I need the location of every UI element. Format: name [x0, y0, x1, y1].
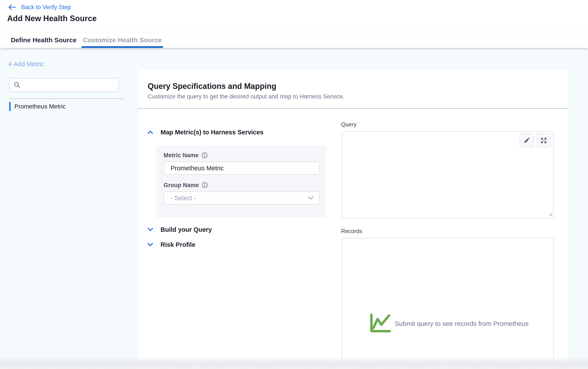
resize-grip[interactable]	[547, 211, 553, 217]
info-icon[interactable]	[202, 182, 208, 188]
page-title: Add New Health Source	[7, 14, 97, 23]
group-name-placeholder: - Select -	[170, 195, 196, 202]
tab-bar: Define Health Source Customize Health So…	[0, 32, 588, 48]
add-metric-label: Add Metric	[13, 60, 44, 68]
page-header: Back to Verify Step Add New Health Sourc…	[0, 0, 588, 32]
search-input[interactable]	[23, 81, 115, 89]
plus-icon: +	[8, 61, 12, 67]
chevron-up-icon	[147, 130, 153, 135]
sidebar-item-prometheus-metric[interactable]: Prometheus Metric	[9, 102, 127, 111]
pencil-icon	[523, 137, 530, 144]
metric-search-box	[9, 78, 119, 92]
section-build-query-title: Build your Query	[160, 226, 212, 233]
records-label: Records	[341, 228, 362, 235]
panel-subtitle: Customize the query to get the desired o…	[148, 93, 344, 100]
tab-customize-health-source[interactable]: Customize Health Source	[81, 32, 163, 48]
chevron-down-icon	[147, 242, 153, 247]
back-link[interactable]: Back to Verify Step	[8, 3, 71, 11]
selected-item-indicator	[9, 102, 11, 111]
search-icon	[13, 81, 21, 89]
records-empty-state: Submit query to see records from Prometh…	[370, 313, 529, 334]
active-tab-underline	[81, 46, 163, 48]
back-arrow-icon	[8, 4, 16, 10]
info-icon[interactable]	[201, 152, 208, 158]
chevron-down-icon	[308, 196, 314, 200]
fullscreen-icon	[540, 137, 547, 144]
section-build-query-toggle[interactable]: Build your Query	[147, 225, 212, 234]
line-chart-icon	[370, 314, 392, 334]
group-name-select[interactable]: - Select -	[164, 191, 320, 205]
panel-divider	[138, 108, 569, 109]
metric-name-input[interactable]	[164, 162, 320, 175]
section-map-metrics-title: Map Metric(s) to Harness Services	[160, 129, 263, 136]
records-panel: Submit query to see records from Prometh…	[342, 238, 554, 369]
metric-name-label: Metric Name	[164, 152, 199, 159]
query-specifications-panel: Query Specifications and Mapping Customi…	[138, 69, 569, 369]
section-map-metrics-toggle[interactable]: Map Metric(s) to Harness Services	[147, 128, 263, 136]
section-risk-profile-toggle[interactable]: Risk Profile	[147, 240, 195, 249]
tab-define-health-source[interactable]: Define Health Source	[9, 32, 79, 48]
metric-name-label-row: Metric Name	[164, 152, 208, 159]
section-risk-profile-title: Risk Profile	[160, 241, 195, 248]
group-name-label-row: Group Name	[164, 181, 208, 189]
sidebar-divider	[9, 99, 124, 99]
query-editor-wrap	[342, 131, 554, 219]
metric-item-label: Prometheus Metric	[14, 103, 66, 110]
back-link-label: Back to Verify Step	[21, 4, 71, 11]
bottom-scroll-band	[0, 356, 588, 369]
group-name-label: Group Name	[164, 182, 199, 189]
query-label: Query	[341, 121, 357, 128]
edit-query-button[interactable]	[520, 134, 534, 148]
panel-title: Query Specifications and Mapping	[148, 82, 276, 91]
map-metric-form-card: Metric Name Group Name	[156, 146, 326, 218]
page: Back to Verify Step Add New Health Sourc…	[0, 0, 588, 369]
chevron-down-icon	[147, 227, 153, 232]
expand-query-button[interactable]	[537, 134, 551, 148]
records-empty-message: Submit query to see records from Prometh…	[395, 320, 529, 327]
add-metric-button[interactable]: + Add Metric	[8, 60, 44, 68]
